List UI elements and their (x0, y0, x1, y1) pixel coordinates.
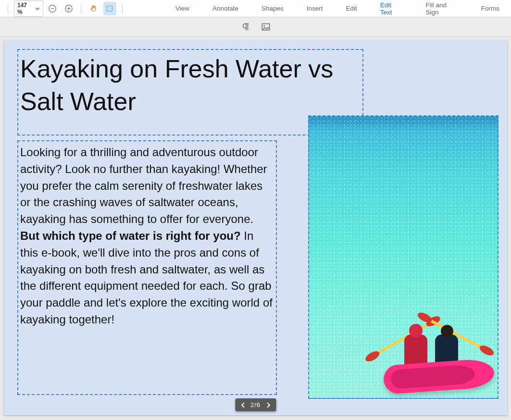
document-canvas[interactable]: Kayaking on Fresh Water vs Salt Water Lo… (0, 37, 511, 420)
divider (81, 3, 81, 14)
select-icon (105, 4, 114, 13)
zoom-level-value: 147 % (17, 2, 33, 15)
title-text: Kayaking on Fresh Water vs Salt Water (20, 55, 333, 115)
image-tool-button[interactable] (261, 22, 271, 32)
page-indicator: 2/6 (250, 401, 261, 408)
main-toolbar: 147 % View Annotate Shapes Insert Edit E… (0, 0, 511, 17)
zoom-out-button[interactable] (46, 2, 59, 15)
zoom-level-dropdown[interactable]: 147 % (14, 0, 43, 17)
body-text-bold: But which type of water is right for you… (20, 229, 241, 242)
zoom-out-icon (48, 4, 57, 13)
image-icon (261, 22, 271, 32)
paragraph-icon (240, 22, 251, 32)
menu-edit-text[interactable]: Edit Text (369, 0, 414, 17)
page-navigator: 2/6 (235, 398, 276, 411)
chevron-down-icon (35, 6, 40, 11)
svg-rect-5 (107, 6, 112, 11)
menu-item-group: View Annotate Shapes Insert Edit Edit Te… (164, 0, 511, 17)
menu-fill-and-sign[interactable]: Fill and Sign (414, 0, 469, 17)
paragraph-tool-button[interactable] (240, 22, 251, 32)
menu-view[interactable]: View (164, 0, 201, 17)
svg-point-7 (263, 25, 265, 26)
menu-shapes[interactable]: Shapes (250, 0, 295, 17)
body-text-before: Looking for a thrilling and adventurous … (20, 146, 267, 225)
prev-page-button[interactable] (240, 402, 246, 408)
current-page: 2 (250, 401, 254, 408)
menu-edit[interactable]: Edit (335, 0, 369, 17)
body-text-after: In this e-book, we'll dive into the pros… (20, 229, 273, 326)
left-tool-group: 147 % (0, 0, 125, 17)
next-page-button[interactable] (265, 402, 271, 408)
divider (8, 3, 8, 14)
hand-icon (89, 4, 98, 13)
total-pages: 6 (257, 401, 261, 408)
zoom-in-button[interactable] (62, 2, 75, 15)
document-page: Kayaking on Fresh Water vs Salt Water Lo… (4, 40, 507, 415)
zoom-in-icon (64, 4, 73, 13)
divider (122, 3, 123, 14)
water-sparkle (309, 116, 498, 398)
hand-tool-button[interactable] (87, 2, 100, 15)
body-text-box[interactable]: Looking for a thrilling and adventurous … (17, 140, 277, 395)
sub-toolbar (0, 17, 511, 37)
menu-insert[interactable]: Insert (295, 0, 335, 17)
menu-forms[interactable]: Forms (470, 0, 511, 17)
select-tool-button[interactable] (103, 2, 116, 15)
image-box[interactable] (308, 115, 499, 399)
menu-annotate[interactable]: Annotate (201, 0, 250, 17)
